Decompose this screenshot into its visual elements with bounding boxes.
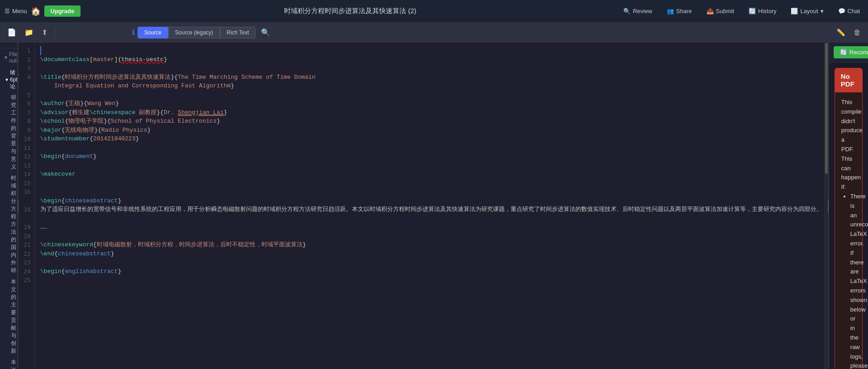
file-outline-label: File outline (9, 51, 18, 64)
share-icon: 👥 (667, 8, 674, 14)
chat-label: Chat (848, 8, 860, 14)
delete-icon-button[interactable]: 🗑 (851, 27, 863, 38)
share-button[interactable]: 👥 Share (663, 6, 696, 16)
info-icon: ℹ (132, 28, 135, 37)
recompile-label: Recompile (849, 49, 868, 56)
layout-label: Layout (800, 8, 818, 14)
editor-toolbar: 📄 📁 ⬆ ℹ Source Source (legacy) Rich Text… (0, 23, 868, 43)
right-content: No PDF This compile didn't produce a PDF… (829, 62, 868, 369)
refresh-icon: 🔄 (840, 49, 847, 56)
outline-item-2[interactable]: 本文的主要贡献与创新 (0, 276, 17, 357)
outline-group-title-text: 绪6pt论 (10, 69, 18, 91)
file-tree: ▶ 📁 chapter ▶ 📁 misc ▶ 📁 pic 📄 _config.y… (0, 43, 17, 48)
right-panel: 🔄 Recompile ▾ 📋 ⬇ No PDF This compile di… (829, 43, 868, 369)
no-pdf-intro: This compile didn't produce a PDF. This … (841, 98, 856, 192)
editor-scrollbar[interactable] (824, 43, 828, 369)
no-pdf-body: This compile didn't produce a PDF. This … (835, 92, 863, 369)
rich-text-tab[interactable]: Rich Text (220, 27, 256, 38)
file-outline-section: ▾ File outline ▾ 绪6pt论 研究工作的背景与意义 时域积分方程… (0, 48, 17, 369)
chat-button[interactable]: 💬 Chat (835, 6, 863, 16)
outline-item-1[interactable]: 时域积分方程方法的国内外研... (0, 173, 17, 276)
source-legacy-tab[interactable]: Source (legacy) (168, 27, 220, 38)
home-icon[interactable]: 🏠 (31, 6, 41, 16)
layout-chevron-icon: ▾ (821, 8, 824, 14)
editor-right-separator[interactable] (828, 43, 829, 369)
navbar-right: 🔍 Review 👥 Share 📤 Submit 🔄 History ⬜ La… (620, 6, 863, 16)
review-icon: 🔍 (623, 8, 631, 14)
upload-button[interactable]: ⬆ (39, 26, 50, 38)
share-label: Share (676, 8, 692, 14)
chat-icon: 💬 (838, 8, 845, 14)
history-label: History (758, 8, 776, 14)
new-folder-button[interactable]: 📁 (22, 26, 36, 38)
hamburger-icon: ☰ (5, 8, 10, 14)
history-icon: 🔄 (749, 8, 756, 14)
file-outline-header[interactable]: ▾ File outline (0, 48, 17, 67)
menu-label: Menu (12, 8, 27, 14)
layout-button[interactable]: ⬜ Layout ▾ (787, 6, 827, 16)
upgrade-button[interactable]: Upgrade (44, 5, 81, 17)
main-layout: ▶ 📁 chapter ▶ 📁 misc ▶ 📁 pic 📄 _config.y… (0, 43, 868, 369)
outline-item-0[interactable]: 研究工作的背景与意义 (0, 92, 17, 173)
navbar-left: ☰ Menu 🏠 Upgrade (5, 5, 81, 17)
submit-button[interactable]: 📤 Submit (703, 6, 738, 16)
layout-icon: ⬜ (791, 8, 798, 14)
outline-item-3[interactable]: 本论文的结构安排 (0, 357, 17, 369)
no-pdf-card: No PDF This compile didn't produce a PDF… (835, 68, 863, 369)
no-pdf-reasons-list: There is an unrecoverable LaTeX error. I… (841, 192, 856, 369)
review-label: Review (633, 8, 652, 14)
no-pdf-reason-0: There is an unrecoverable LaTeX error. I… (850, 192, 856, 369)
editor-area: 1 2 3 4 5 5 6 7 8 9 10 11 12 13 14 15 16… (19, 43, 828, 369)
recompile-button[interactable]: 🔄 Recompile (834, 46, 868, 58)
menu-button[interactable]: ☰ Menu (5, 8, 27, 14)
edit-icon-button[interactable]: ✏️ (834, 26, 848, 38)
new-file-button[interactable]: 📄 (5, 26, 19, 38)
document-title: 时域积分方程时间步进算法及其快速算法 (2) (84, 7, 616, 15)
source-tabs: Source Source (legacy) Rich Text (138, 27, 256, 38)
line-numbers: 1 2 3 4 5 5 6 7 8 9 10 11 12 13 14 15 16… (19, 43, 35, 369)
no-pdf-header: No PDF (835, 68, 863, 92)
code-editor[interactable]: \documentclass[master]{thesis-uestc} \ti… (35, 43, 828, 369)
search-in-file-button[interactable]: 🔍 (258, 26, 273, 38)
chevron-icon: ▾ (5, 77, 8, 83)
history-button[interactable]: 🔄 History (745, 6, 780, 16)
navbar: ☰ Menu 🏠 Upgrade 时域积分方程时间步进算法及其快速算法 (2) … (0, 0, 868, 23)
review-button[interactable]: 🔍 Review (620, 6, 656, 16)
submit-label: Submit (716, 8, 734, 14)
source-tab[interactable]: Source (138, 27, 168, 38)
toolbar-left: 📄 📁 ⬆ (5, 26, 50, 38)
submit-icon: 📤 (707, 8, 714, 14)
editor-inner: 1 2 3 4 5 5 6 7 8 9 10 11 12 13 14 15 16… (19, 43, 828, 369)
sidebar: ▶ 📁 chapter ▶ 📁 misc ▶ 📁 pic 📄 _config.y… (0, 43, 18, 369)
right-toolbar: 🔄 Recompile ▾ 📋 ⬇ (829, 43, 868, 62)
outline-group-6pt[interactable]: ▾ 绪6pt论 (0, 67, 17, 92)
chevron-down-icon: ▾ (5, 54, 7, 61)
